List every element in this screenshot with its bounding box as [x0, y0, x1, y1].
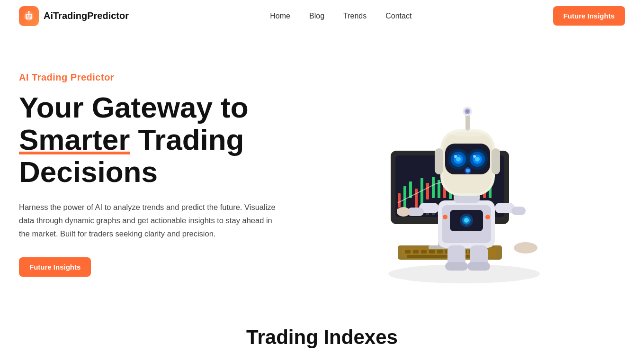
svg-rect-71 [397, 208, 405, 212]
hero-description: Harness the power of AI to analyze trend… [19, 200, 284, 240]
svg-point-89 [475, 157, 480, 162]
svg-rect-101 [467, 262, 490, 271]
robot-illustration [350, 61, 578, 288]
svg-rect-73 [511, 207, 526, 215]
logo-link[interactable]: AiTradingPredictor [19, 6, 129, 26]
nav-trends[interactable]: Trends [343, 12, 367, 20]
svg-rect-27 [403, 186, 406, 208]
svg-point-92 [466, 169, 470, 172]
svg-point-7 [28, 11, 30, 12]
svg-point-97 [449, 129, 487, 136]
svg-rect-14 [429, 250, 435, 253]
hero-title-line1: Your Gateway to [19, 91, 249, 124]
svg-rect-100 [445, 262, 468, 271]
hero-section: AI Trading Predictor Your Gateway to Sma… [0, 32, 644, 307]
nav-blog[interactable]: Blog [309, 12, 324, 20]
svg-rect-78 [435, 148, 443, 174]
svg-rect-2 [26, 14, 32, 19]
logo-text: AiTradingPredictor [44, 10, 129, 21]
svg-rect-15 [437, 250, 443, 253]
svg-rect-29 [415, 189, 418, 208]
svg-rect-31 [426, 183, 429, 199]
hero-title: Your Gateway to Smarter Trading Decision… [19, 91, 303, 189]
nav-links: Home Blog Trends Contact [270, 12, 411, 20]
svg-rect-4 [29, 15, 31, 17]
svg-point-96 [466, 110, 469, 113]
hero-cta-button[interactable]: Future Insights [19, 257, 91, 277]
trading-indexes-section: Trading Indexes [0, 307, 644, 362]
hero-title-decisions: Decisions [19, 155, 158, 188]
svg-rect-32 [432, 177, 435, 198]
hero-title-smarter: Smarter [19, 123, 130, 156]
hero-title-trading: Trading [130, 123, 244, 156]
svg-rect-12 [413, 250, 419, 253]
svg-point-66 [443, 215, 447, 219]
hero-illustration [303, 61, 625, 288]
svg-point-74 [514, 242, 537, 253]
svg-point-84 [456, 157, 461, 162]
svg-rect-3 [27, 15, 28, 17]
logo-icon [19, 6, 39, 26]
svg-rect-5 [27, 18, 30, 18]
svg-rect-26 [398, 193, 401, 208]
svg-rect-11 [405, 250, 411, 253]
nav-contact[interactable]: Contact [385, 12, 411, 20]
svg-point-67 [485, 215, 490, 219]
svg-point-90 [473, 155, 476, 158]
svg-point-85 [454, 155, 457, 158]
svg-point-65 [464, 218, 469, 223]
svg-rect-79 [492, 148, 500, 174]
hero-content: AI Trading Predictor Your Gateway to Sma… [19, 72, 303, 277]
nav-cta-button[interactable]: Future Insights [553, 6, 625, 26]
hero-tag: AI Trading Predictor [19, 72, 303, 83]
svg-rect-13 [421, 250, 427, 253]
nav-home[interactable]: Home [270, 12, 290, 20]
navbar: AiTradingPredictor Home Blog Trends Cont… [0, 0, 644, 32]
trading-indexes-title: Trading Indexes [19, 326, 625, 349]
